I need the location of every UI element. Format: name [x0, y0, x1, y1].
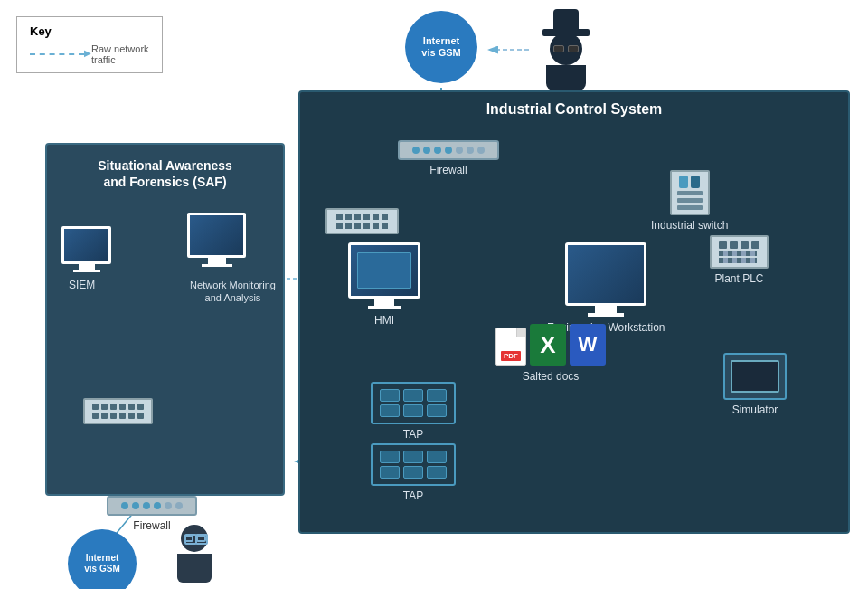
key-arrow-row: Raw network traffic [30, 43, 149, 65]
person-head-icon [181, 525, 208, 552]
ics-switch-icon [326, 208, 399, 234]
salted-docs-label: Salted docs [523, 370, 580, 383]
industrial-switch-label: Industrial switch [651, 219, 728, 232]
pdf-icon: PDF [495, 328, 526, 366]
saf-firewall-label: Firewall [133, 519, 170, 532]
ics-firewall-device: Firewall [398, 140, 499, 176]
gsm-top-circle: Internet vis GSM [405, 11, 477, 83]
tap2-label: TAP [403, 489, 423, 502]
word-icon: W [570, 324, 606, 366]
siem-monitor-icon [61, 226, 111, 272]
ics-firewall-label: Firewall [429, 164, 467, 176]
industrial-switch-icon: Industrial switch [651, 170, 728, 232]
tap1-device: TAP [371, 382, 456, 441]
gsm-bottom-label: Internet vis GSM [84, 553, 119, 575]
key-box: Key Raw network traffic [16, 16, 163, 73]
hmi-label: HMI [374, 314, 394, 327]
simulator-label: Simulator [732, 404, 778, 416]
saf-title: Situational Awareness and Forensics (SAF… [47, 145, 283, 195]
tap2-device: TAP [371, 443, 456, 502]
siem-label: SIEM [69, 279, 95, 293]
excel-icon: X [530, 324, 566, 366]
plant-plc-icon: Plant PLC [710, 235, 769, 285]
gsm-bottom-circle: Internet vis GSM [68, 529, 137, 589]
engineering-workstation-monitor: Engineering Workstation [547, 242, 665, 334]
network-monitoring-icon [187, 213, 246, 267]
saf-switch-icon [83, 398, 153, 424]
saf-box: Situational Awareness and Forensics (SAF… [45, 143, 285, 496]
key-dashed-line-icon [30, 53, 84, 55]
hmi-monitor: HMI [348, 242, 420, 327]
key-title: Key [30, 24, 149, 38]
diagram: Key Raw network traffic Internet vis GSM… [0, 0, 868, 589]
hacker-body-icon [546, 65, 586, 90]
key-arrow-label: Raw network traffic [91, 43, 149, 65]
person-body-icon [177, 554, 212, 583]
tap1-label: TAP [403, 428, 423, 441]
salted-docs-area: PDF X W Salted docs [495, 324, 606, 383]
plant-plc-label: Plant PLC [714, 272, 763, 285]
person-figure [177, 525, 212, 583]
ics-title: Industrial Control System [300, 92, 848, 127]
network-monitoring-label: Network Monitoring and Analysis [183, 279, 283, 305]
simulator-icon: Simulator [723, 353, 787, 416]
hacker-head-icon [550, 33, 582, 65]
gsm-top-label: Internet vis GSM [421, 35, 460, 59]
